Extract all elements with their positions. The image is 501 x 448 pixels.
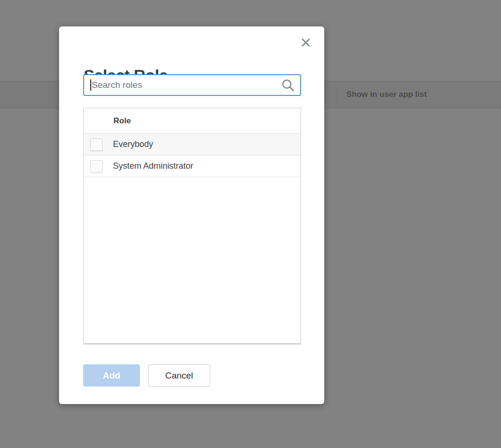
background-column-header: Show in user app list — [346, 81, 427, 108]
role-label: System Administrator — [113, 161, 193, 171]
checkbox-system-administrator[interactable] — [90, 160, 103, 172]
text-caret — [90, 79, 91, 91]
role-row-system-administrator[interactable]: System Administrator — [84, 155, 301, 177]
role-column-header: Role — [84, 108, 301, 134]
add-button[interactable]: Add — [83, 364, 140, 387]
select-role-dialog: Select Role ✕ Role Everybody System Admi… — [59, 26, 324, 404]
role-label: Everybody — [113, 139, 153, 149]
background-column-divider — [337, 85, 337, 105]
role-row-everybody[interactable]: Everybody — [84, 134, 301, 155]
dialog-actions: Add Cancel — [83, 364, 210, 387]
search-input[interactable] — [83, 74, 301, 96]
cancel-button[interactable]: Cancel — [148, 364, 210, 387]
role-list: Role Everybody System Administrator — [83, 108, 301, 345]
search-field-container — [83, 74, 301, 96]
close-icon[interactable]: ✕ — [298, 35, 314, 51]
checkbox-everybody[interactable] — [90, 138, 103, 151]
